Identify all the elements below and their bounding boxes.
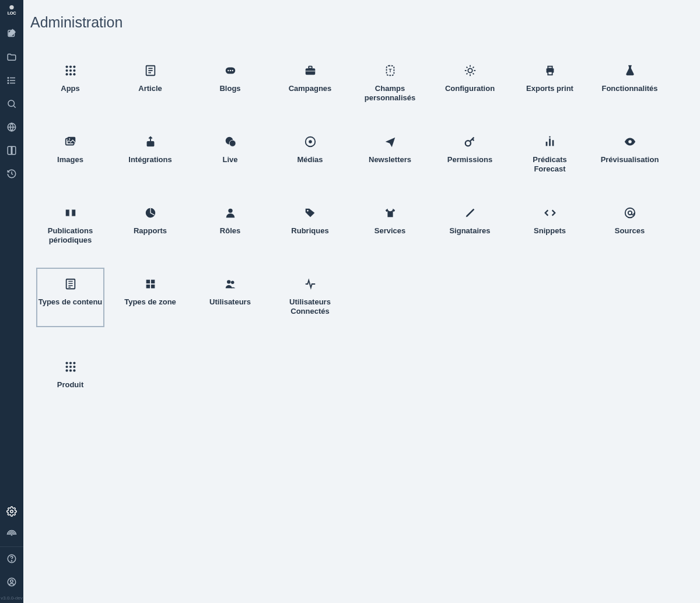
sidebar-nav-settings[interactable] <box>0 500 23 523</box>
code-icon <box>544 199 556 219</box>
page-title: Administration <box>30 14 693 31</box>
tile-label: Permissions <box>447 155 492 164</box>
tile-label: Médias <box>297 155 323 164</box>
tile-label: Images <box>57 155 83 164</box>
tile-label: Sources <box>615 226 645 236</box>
tile-label: Snippets <box>534 226 566 236</box>
tile-pen[interactable]: Signataires <box>430 191 510 262</box>
upload-icon <box>144 128 157 148</box>
tile-label: Utilisateurs Connectés <box>278 297 342 315</box>
tile-label: Exports print <box>526 84 573 93</box>
folder-icon <box>6 52 17 62</box>
media-icon <box>304 128 317 148</box>
user-icon <box>6 577 17 587</box>
tile-content-type[interactable]: Types de contenu <box>30 262 110 333</box>
tiles-grid: AppsArticleBlogsCampagnesChamps personna… <box>30 48 693 416</box>
activity-icon <box>304 271 317 290</box>
svg-text:LOC: LOC <box>8 10 17 16</box>
tile-media[interactable]: Médias <box>270 120 350 191</box>
tile-label: Rapports <box>134 226 167 236</box>
content-type-icon <box>64 271 77 290</box>
tile-key[interactable]: Permissions <box>430 120 510 191</box>
tile-label: Produit <box>57 380 84 390</box>
pie-icon <box>144 199 157 219</box>
tile-publication[interactable]: Publications périodiques <box>30 191 110 262</box>
chat-icon <box>224 128 237 148</box>
tile-chat[interactable]: Live <box>190 120 270 191</box>
tile-flask[interactable]: Fonctionnalités <box>590 48 670 120</box>
tile-tshirt[interactable]: Services <box>350 191 430 262</box>
tile-label: Prévisualisation <box>601 155 659 164</box>
tile-users[interactable]: Utilisateurs <box>190 262 270 333</box>
tile-code[interactable]: Snippets <box>510 191 590 262</box>
tile-label: Live <box>222 155 237 164</box>
eye-icon <box>624 128 636 148</box>
tile-label: Article <box>138 84 162 93</box>
tile-briefcase[interactable]: Campagnes <box>270 48 350 120</box>
sidebar-nav-history[interactable] <box>0 162 23 185</box>
pen-icon <box>464 199 477 219</box>
tile-print[interactable]: Exports print <box>510 48 590 120</box>
tile-role[interactable]: Rôles <box>190 191 270 262</box>
apps-icon <box>64 57 77 77</box>
tile-label: Blogs <box>219 84 240 93</box>
grid-icon <box>144 271 157 290</box>
tile-article[interactable]: Article <box>110 48 190 120</box>
list-icon <box>6 75 17 86</box>
tile-activity[interactable]: Utilisateurs Connectés <box>270 262 350 333</box>
tile-pie[interactable]: Rapports <box>110 191 190 262</box>
tshirt-icon <box>384 199 397 219</box>
tile-apps[interactable]: Apps <box>30 48 110 120</box>
tile-send[interactable]: Newsletters <box>350 120 430 191</box>
tile-label: Services <box>374 226 406 236</box>
tile-images[interactable]: Images <box>30 120 110 191</box>
tile-label: Campagnes <box>289 84 332 93</box>
key-icon <box>464 128 477 148</box>
section-break <box>30 333 670 345</box>
sidebar-nav-user[interactable] <box>0 570 23 594</box>
tile-tag[interactable]: Rubriques <box>270 191 350 262</box>
tile-label: Configuration <box>445 84 495 93</box>
tile-label: Types de zone <box>124 297 176 307</box>
sidebar-nav-search[interactable] <box>0 92 23 115</box>
book-icon <box>6 145 17 156</box>
compose-icon <box>6 29 17 39</box>
svg-point-6 <box>8 78 9 79</box>
sidebar-nav-help[interactable] <box>0 547 23 570</box>
svg-line-10 <box>13 106 15 107</box>
sidebar-nav-list[interactable] <box>0 69 23 92</box>
tile-custom-fields[interactable]: Champs personnalisés <box>350 48 430 120</box>
tile-blogs[interactable]: Blogs <box>190 48 270 120</box>
tile-label: Newsletters <box>369 155 411 164</box>
tile-label: Utilisateurs <box>209 297 251 307</box>
tile-bars[interactable]: Prédicats Forecast <box>510 120 590 191</box>
tile-label: Apps <box>61 84 80 93</box>
tile-at[interactable]: Sources <box>590 191 670 262</box>
svg-point-16 <box>11 560 12 561</box>
sidebar-nav-broadcast[interactable] <box>0 523 23 546</box>
tag-icon <box>304 199 317 219</box>
article-icon <box>144 57 157 77</box>
tile-eye[interactable]: Prévisualisation <box>590 120 670 191</box>
svg-point-13 <box>10 510 13 513</box>
tile-gear[interactable]: Configuration <box>430 48 510 120</box>
tile-label: Types de contenu <box>38 297 103 307</box>
sidebar: LOC v3.0.0-dev <box>0 0 23 603</box>
logo-icon: LOC <box>5 5 18 17</box>
gear-icon <box>464 57 477 77</box>
sidebar-nav-globe[interactable] <box>0 115 23 139</box>
tile-apps[interactable]: Produit <box>30 345 110 416</box>
tile-grid[interactable]: Types de zone <box>110 262 190 333</box>
history-icon <box>6 169 17 179</box>
sidebar-nav-compose[interactable] <box>0 22 23 45</box>
tile-upload[interactable]: Intégrations <box>110 120 190 191</box>
sidebar-nav-folder[interactable] <box>0 45 23 69</box>
sidebar-nav-book[interactable] <box>0 139 23 162</box>
blogs-icon <box>224 57 237 77</box>
at-icon <box>624 199 636 219</box>
main: Administration AppsArticleBlogsCampagnes… <box>23 0 700 603</box>
version-text: v3.0.0-dev <box>0 594 23 603</box>
help-icon <box>6 553 17 564</box>
tile-label: Rôles <box>220 226 240 236</box>
globe-icon <box>6 122 17 132</box>
